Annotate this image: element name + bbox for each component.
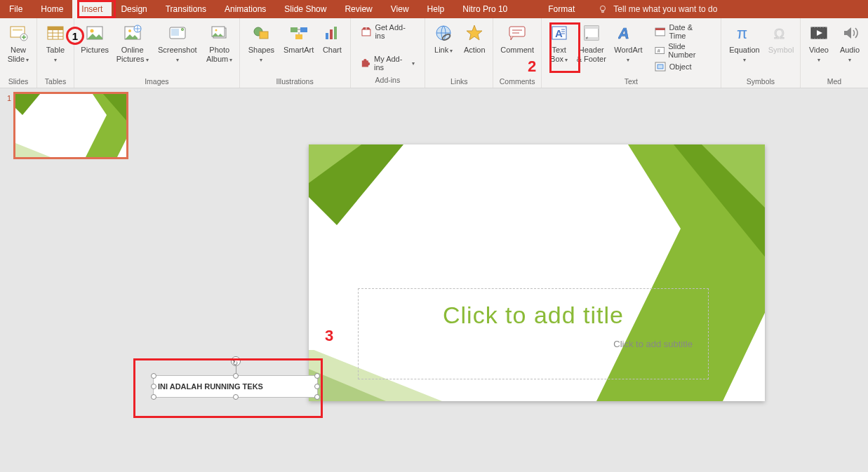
header-footer-icon: #	[582, 23, 601, 43]
resize-handle-w[interactable]	[151, 384, 156, 389]
header-footer-label: Header & Footer	[577, 46, 606, 64]
comment-label: Comment	[500, 46, 534, 55]
menu-bar: File Home Insert Design Transitions Anim…	[0, 0, 868, 18]
thumbnail-number: 1	[7, 94, 11, 102]
resize-handle-s[interactable]	[233, 394, 239, 400]
equation-label: Equation	[728, 46, 761, 64]
resize-handle-e[interactable]	[314, 384, 320, 389]
resize-handle-sw[interactable]	[151, 394, 156, 400]
svg-rect-37	[585, 26, 599, 29]
screenshot-label: Screenshot	[156, 46, 199, 64]
link-icon	[434, 23, 453, 43]
tab-transitions[interactable]: Transitions	[156, 0, 215, 18]
resize-handle-nw[interactable]	[151, 373, 156, 379]
screenshot-button[interactable]: Screenshot	[154, 20, 201, 76]
video-button[interactable]: Video	[805, 20, 833, 76]
svg-point-10	[128, 29, 131, 32]
svg-rect-1	[602, 11, 603, 12]
selected-text-box[interactable]: INI ADALAH RUNNING TEKS	[153, 375, 318, 398]
svg-text:π: π	[737, 25, 747, 42]
svg-rect-22	[300, 27, 307, 32]
tab-insert[interactable]: Insert	[72, 0, 112, 18]
new-slide-button[interactable]: New Slide	[4, 20, 32, 76]
date-time-label: Date & Time	[669, 23, 710, 40]
equation-button[interactable]: π Equation	[726, 20, 763, 76]
audio-label: Audio	[839, 46, 861, 64]
ribbon: New Slide Slides Table Tables Pictures O…	[0, 18, 868, 88]
wordart-button[interactable]: A WordArt	[610, 20, 646, 76]
tab-home[interactable]: Home	[32, 0, 72, 18]
tab-nitro[interactable]: Nitro Pro 10	[453, 0, 516, 18]
wordart-label: WordArt	[613, 46, 643, 64]
table-button[interactable]: Table	[41, 20, 69, 76]
group-label-symbols: Symbols	[726, 76, 796, 88]
tab-design[interactable]: Design	[112, 0, 156, 18]
slide-thumbnail-1[interactable]	[15, 94, 126, 157]
object-button[interactable]: Object	[653, 60, 712, 73]
audio-button[interactable]: Audio	[836, 20, 864, 76]
date-time-icon	[655, 26, 666, 37]
slide-number-icon: #	[655, 45, 665, 56]
wordart-icon: A	[618, 23, 638, 43]
slide[interactable]: Click to add title Click to add subtitle	[309, 144, 765, 401]
my-addins-button[interactable]: My Add-ins ▾	[359, 54, 417, 72]
rotation-handle[interactable]	[231, 356, 241, 366]
svg-rect-46	[657, 65, 663, 69]
title-text: Click to add title	[443, 302, 624, 329]
action-button[interactable]: Action	[460, 20, 488, 76]
date-time-button[interactable]: Date & Time	[653, 22, 712, 41]
resize-handle-se[interactable]	[314, 394, 320, 400]
svg-rect-21	[291, 27, 298, 32]
slide-number-button[interactable]: # Slide Number	[653, 41, 712, 60]
pictures-label: Pictures	[81, 46, 109, 55]
textbox-selection-area: INI ADALAH RUNNING TEKS	[140, 355, 330, 418]
online-pictures-button[interactable]: Online Pictures	[114, 20, 150, 76]
tab-view[interactable]: View	[382, 0, 418, 18]
store-icon	[361, 26, 372, 37]
group-label-images: Images	[79, 76, 235, 88]
smartart-label: SmartArt	[283, 46, 314, 55]
smartart-button[interactable]: SmartArt	[281, 20, 316, 76]
chart-label: Chart	[323, 46, 342, 55]
new-slide-label: New Slide	[8, 46, 29, 64]
shapes-label: Shapes	[247, 46, 276, 64]
photo-album-label: Photo Album	[206, 46, 232, 64]
svg-rect-42	[655, 28, 665, 30]
resize-handle-n[interactable]	[233, 373, 239, 379]
symbol-button: Ω Symbol	[766, 20, 796, 76]
photo-album-button[interactable]: Photo Album	[204, 20, 235, 76]
online-pictures-label: Online Pictures	[116, 46, 149, 64]
chart-icon	[322, 23, 342, 43]
action-label: Action	[464, 46, 486, 55]
object-icon	[655, 61, 666, 72]
equation-icon: π	[735, 23, 754, 43]
group-label-comments: Comments	[498, 76, 537, 88]
shapes-button[interactable]: Shapes	[244, 20, 279, 76]
svg-rect-33	[509, 27, 525, 36]
tab-animations[interactable]: Animations	[215, 0, 275, 18]
group-label-text: Text	[546, 76, 716, 88]
pictures-button[interactable]: Pictures	[79, 20, 111, 76]
link-button[interactable]: Link	[429, 20, 458, 76]
tab-slideshow[interactable]: Slide Show	[275, 0, 335, 18]
tab-file[interactable]: File	[0, 0, 32, 18]
tab-help[interactable]: Help	[418, 0, 454, 18]
title-placeholder[interactable]: Click to add title Click to add subtitle	[358, 288, 709, 379]
header-footer-button[interactable]: # Header & Footer	[575, 20, 608, 76]
action-icon	[465, 23, 484, 43]
svg-text:Ω: Ω	[774, 26, 784, 41]
resize-handle-ne[interactable]	[314, 373, 320, 379]
text-box-button[interactable]: A Text Box	[546, 20, 572, 76]
group-label-slides: Slides	[4, 76, 32, 88]
tab-format[interactable]: Format	[539, 0, 584, 18]
get-addins-button[interactable]: Get Add-ins	[359, 22, 417, 41]
text-box-label: Text Box	[550, 46, 568, 64]
svg-rect-27	[362, 29, 370, 36]
slide-canvas[interactable]: Click to add title Click to add subtitle…	[133, 88, 868, 472]
shapes-icon	[251, 23, 271, 43]
group-addins: Get Add-ins My Add-ins ▾ Add-ins	[351, 18, 426, 88]
tell-me[interactable]: Tell me what you want to do	[598, 4, 717, 14]
thumbnail-panel: 1	[0, 88, 133, 472]
tab-review[interactable]: Review	[335, 0, 381, 18]
chart-button[interactable]: Chart	[319, 20, 345, 76]
